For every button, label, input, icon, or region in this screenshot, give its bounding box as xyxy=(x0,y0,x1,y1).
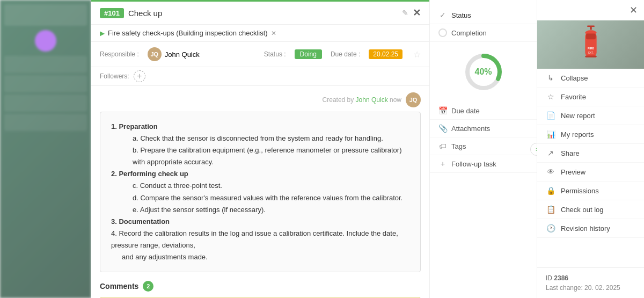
checklist-item: e. Adjust the sensor settings (if necess… xyxy=(133,204,409,216)
my-reports-label: My reports xyxy=(561,130,594,139)
checklist-item: b. Prepare the calibration equipment (e.… xyxy=(133,144,409,168)
edit-icon[interactable]: ✎ xyxy=(402,9,408,17)
donut-label: 40% xyxy=(474,67,492,77)
svg-rect-3 xyxy=(590,27,592,30)
creation-info: Created by John Quick now JQ xyxy=(100,92,421,107)
svg-rect-9 xyxy=(585,55,596,57)
svg-rect-2 xyxy=(587,25,594,27)
created-by-text: Created by John Quick now xyxy=(323,96,401,104)
checklist-item: 2. Performing check up xyxy=(111,168,409,180)
far-right-panel: ✕ FIRE EXT. ↳ Collapse xyxy=(537,0,644,298)
checklist-item: 1. Preparation xyxy=(111,121,409,133)
comments-title: Comments xyxy=(100,282,138,290)
check-out-log-icon: 📋 xyxy=(546,205,555,214)
add-follower-button[interactable]: + xyxy=(134,70,145,82)
checklist-box: 1. Preparation a. Check that the sensor … xyxy=(100,112,421,272)
id-row: ID 2386 xyxy=(546,274,635,282)
share-menu-item[interactable]: ↗ Share xyxy=(537,144,644,163)
responsible-label: Responsible : xyxy=(100,50,139,58)
modal-close-button[interactable]: ✕ xyxy=(413,7,421,19)
right-meta: ID 2386 Last change: 20. 02. 2025 xyxy=(537,267,644,298)
status-badge[interactable]: Doing xyxy=(295,49,322,59)
revision-history-menu-item[interactable]: 🕐 Revision history xyxy=(537,219,644,238)
donut-container: 40% xyxy=(462,50,505,93)
favorite-label: Favorite xyxy=(561,93,586,101)
share-label: Share xyxy=(561,149,580,157)
favorite-menu-item[interactable]: ☆ Favorite xyxy=(537,88,644,106)
favorite-icon: ☆ xyxy=(546,92,555,101)
breadcrumb-arrow-icon: ▶ xyxy=(100,30,105,37)
checklist-item: 3. Documentation xyxy=(111,216,409,228)
check-out-log-menu-item[interactable]: 📋 Check out log xyxy=(537,200,644,219)
checklist-item: d. Compare the sensor's measured values … xyxy=(133,192,409,204)
my-reports-icon: 📊 xyxy=(546,130,555,139)
status-panel-item-attachments[interactable]: 📎 Attachments xyxy=(430,120,537,137)
share-icon: ↗ xyxy=(546,149,555,157)
comments-count: 2 xyxy=(143,281,153,292)
creator-avatar: JQ xyxy=(406,92,421,107)
attachments-panel-label: Attachments xyxy=(451,125,490,133)
comments-section: Comments 2 JQ 📎 ••• xyxy=(100,281,421,298)
left-sidebar xyxy=(0,0,91,298)
status-panel-item-status[interactable]: ✓ Status xyxy=(430,6,537,24)
permissions-icon: 🔒 xyxy=(546,186,555,195)
responsible-area: JQ John Quick xyxy=(148,47,200,61)
check-icon: ✓ xyxy=(438,11,447,19)
tag-icon: 🏷 xyxy=(438,142,447,150)
revision-history-label: Revision history xyxy=(561,224,610,232)
followers-row: Followers: + xyxy=(91,67,429,86)
permissions-label: Permissions xyxy=(561,187,599,195)
far-right-close: ✕ xyxy=(537,0,644,20)
checklist-item: 4. Record the calibration results in the… xyxy=(111,228,409,251)
due-date-label: Due date : xyxy=(331,50,360,58)
check-out-log-label: Check out log xyxy=(561,206,604,214)
breadcrumb-text[interactable]: Fire safety check-ups (Building inspecti… xyxy=(108,29,268,37)
status-panel-label: Status xyxy=(451,11,471,19)
my-reports-menu-item[interactable]: 📊 My reports xyxy=(537,125,644,144)
completion-panel-label: Completion xyxy=(451,29,487,37)
svg-text:FIRE: FIRE xyxy=(587,47,594,50)
due-date-panel-label: Due date xyxy=(451,107,480,115)
task-id-badge: #101 xyxy=(100,8,124,18)
calendar-icon: 📅 xyxy=(438,106,447,115)
collapse-menu-item[interactable]: ↳ Collapse xyxy=(537,69,644,88)
preview-menu-item[interactable]: 👁 Preview xyxy=(537,163,644,181)
collapse-label: Collapse xyxy=(561,74,588,82)
new-report-label: New report xyxy=(561,112,595,120)
far-right-close-button[interactable]: ✕ xyxy=(630,4,638,16)
status-panel-item-tags[interactable]: 🏷 Tags xyxy=(430,137,537,155)
task-modal: #101 Check up ✎ ✕ ▶ Fire safety check-up… xyxy=(91,0,429,298)
revision-history-icon: 🕐 xyxy=(546,224,555,232)
tags-panel-label: Tags xyxy=(451,142,466,150)
circle-icon xyxy=(438,28,447,37)
star-icon[interactable]: ☆ xyxy=(413,49,421,60)
svg-text:EXT.: EXT. xyxy=(588,52,593,54)
preview-icon: 👁 xyxy=(546,168,555,176)
follow-up-panel-label: Follow-up task xyxy=(451,160,496,168)
status-panel: ✓ Status Completion 40% 📅 Due dat xyxy=(429,0,537,298)
completion-donut: 40% xyxy=(430,42,537,102)
modal-header: #101 Check up ✎ ✕ xyxy=(91,2,429,25)
new-report-menu-item[interactable]: 📄 New report xyxy=(537,106,644,125)
thumbnail-image: FIRE EXT. xyxy=(537,20,644,69)
preview-label: Preview xyxy=(561,168,586,176)
comments-header: Comments 2 xyxy=(100,281,421,292)
svg-rect-6 xyxy=(586,34,596,40)
breadcrumb-close-icon[interactable]: ✕ xyxy=(271,30,276,37)
permissions-menu-item[interactable]: 🔒 Permissions xyxy=(537,181,644,200)
paperclip-icon: 📎 xyxy=(438,124,447,133)
last-change-value: 20. 02. 2025 xyxy=(584,284,620,292)
checklist-item: a. Check that the sensor is disconnected… xyxy=(133,133,409,144)
collapse-icon: ↳ xyxy=(546,74,555,82)
main-area: #101 Check up ✎ ✕ ▶ Fire safety check-up… xyxy=(91,0,644,298)
fire-extinguisher-svg: FIRE EXT. xyxy=(575,23,607,66)
modal-title: Check up xyxy=(128,9,398,18)
status-panel-item-completion[interactable]: Completion xyxy=(430,24,537,42)
responsible-name: John Quick xyxy=(165,50,200,59)
breadcrumb: ▶ Fire safety check-ups (Building inspec… xyxy=(91,25,429,42)
status-panel-item-due-date[interactable]: 📅 Due date xyxy=(430,102,537,120)
status-label: Status : xyxy=(264,50,286,58)
plus-icon: + xyxy=(438,159,447,168)
status-panel-item-follow-up[interactable]: + Follow-up task xyxy=(430,155,537,173)
modal-container: #101 Check up ✎ ✕ ▶ Fire safety check-up… xyxy=(91,0,644,298)
